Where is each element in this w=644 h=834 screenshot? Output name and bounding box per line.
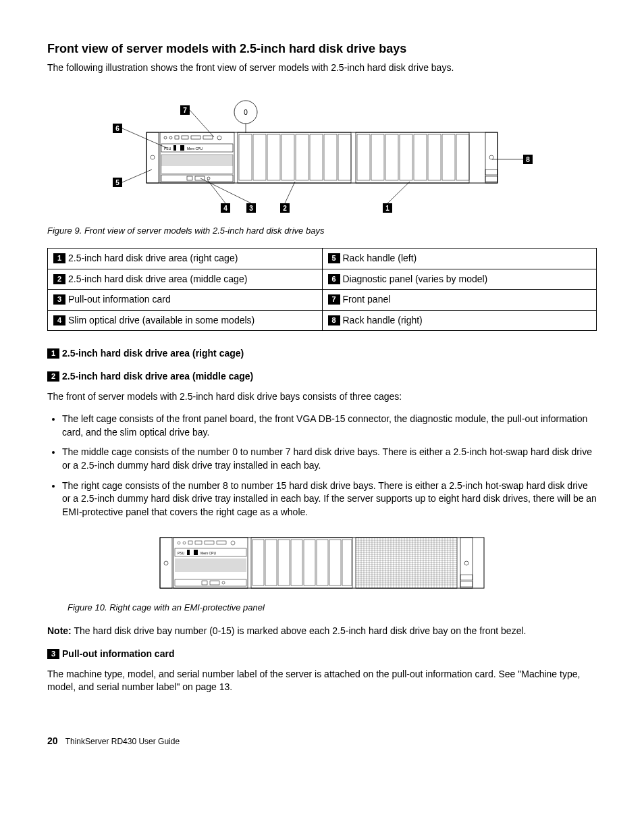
- svg-rect-108: [251, 538, 352, 588]
- svg-rect-24: [187, 176, 192, 180]
- svg-rect-109: [252, 540, 264, 585]
- svg-text:7: 7: [183, 107, 187, 114]
- table-row: 12.5-inch hard disk drive area (right ca…: [48, 248, 597, 269]
- figure-9-caption: Figure 9. Front view of server models wi…: [47, 225, 597, 237]
- svg-text:1: 1: [385, 205, 390, 212]
- svg-rect-41: [414, 134, 427, 180]
- svg-rect-114: [317, 540, 328, 585]
- callout-table: 12.5-inch hard disk drive area (right ca…: [47, 248, 597, 331]
- svg-rect-45: [239, 149, 469, 176]
- svg-line-56: [190, 110, 214, 137]
- callout-badge: 2: [53, 274, 65, 284]
- svg-rect-50: [485, 170, 498, 175]
- svg-rect-177: [460, 538, 473, 588]
- svg-line-68: [200, 178, 251, 203]
- svg-rect-51: [485, 176, 498, 182]
- svg-text:Mem  CPU: Mem CPU: [200, 551, 216, 555]
- note-label: Note:: [47, 625, 72, 636]
- figure-10-caption: Figure 10. Right cage with an EMI-protec…: [68, 602, 597, 614]
- callout-text: Rack handle (left): [343, 253, 417, 263]
- svg-point-49: [489, 155, 493, 159]
- svg-point-83: [183, 542, 186, 544]
- section-title-text: 2.5-inch hard disk drive area (middle ca…: [62, 371, 253, 382]
- svg-rect-48: [485, 132, 498, 183]
- intro-paragraph: The following illustration shows the fro…: [47, 61, 597, 75]
- svg-rect-111: [278, 540, 290, 585]
- section-1-heading: 12.5-inch hard disk drive area (right ca…: [47, 347, 597, 361]
- svg-point-3: [169, 136, 172, 139]
- svg-rect-112: [291, 540, 302, 585]
- callout-badge: 8: [328, 315, 340, 325]
- callout-text: Pull-out information card: [68, 294, 171, 305]
- section-3-body: The machine type, model, and serial numb…: [47, 668, 597, 694]
- svg-text:3: 3: [249, 205, 253, 212]
- svg-point-107: [222, 581, 225, 584]
- svg-rect-31: [267, 134, 280, 180]
- svg-rect-117: [356, 538, 457, 588]
- section-3-heading: 3Pull-out information card: [47, 648, 597, 661]
- svg-rect-92: [194, 550, 198, 555]
- svg-rect-43: [442, 134, 455, 180]
- svg-rect-79: [160, 538, 172, 588]
- svg-line-62: [122, 170, 152, 182]
- svg-rect-105: [202, 581, 207, 585]
- svg-rect-35: [324, 134, 337, 180]
- svg-rect-12: [180, 145, 184, 151]
- cages-intro: The front of server models with 2.5-inch…: [47, 390, 597, 404]
- figure-10-illustration: PSU Mem CPU: [153, 531, 491, 595]
- svg-text:8: 8: [526, 156, 530, 163]
- note-text: The hard disk drive bay number (0-15) is…: [72, 625, 527, 636]
- svg-text:Mem  CPU: Mem CPU: [187, 147, 203, 151]
- callout-badge: 3: [53, 294, 65, 305]
- svg-rect-87: [217, 541, 226, 544]
- svg-text:2: 2: [283, 205, 287, 212]
- svg-rect-91: [187, 550, 190, 555]
- page-number: 20: [47, 735, 58, 746]
- callout-text: Rack handle (right): [343, 315, 423, 325]
- callout-badge: 2: [47, 371, 59, 382]
- page-footer: 20 ThinkServer RD430 User Guide: [47, 735, 597, 748]
- svg-rect-179: [460, 575, 473, 580]
- section-2-heading: 22.5-inch hard disk drive area (middle c…: [47, 370, 597, 384]
- table-row: 3Pull-out information card 7Front panel: [48, 290, 597, 311]
- callout-text: 2.5-inch hard disk drive area (right cag…: [68, 253, 238, 263]
- callout-text: Diagnostic panel (varies by model): [343, 273, 488, 284]
- svg-rect-5: [182, 136, 188, 139]
- table-row: 4Slim optical drive (available in some m…: [48, 310, 597, 331]
- svg-rect-6: [191, 136, 200, 139]
- svg-rect-40: [400, 134, 412, 180]
- callout-badge: 1: [53, 253, 65, 263]
- callout-badge: 6: [328, 274, 340, 284]
- svg-point-26: [207, 177, 210, 180]
- callout-badge: 5: [328, 253, 340, 263]
- svg-rect-110: [265, 540, 277, 585]
- callout-text: Slim optical drive (available in some mo…: [68, 315, 254, 325]
- section-title-text: Pull-out information card: [62, 648, 174, 659]
- callout-text: Front panel: [343, 294, 391, 305]
- callout-badge: 4: [53, 315, 65, 325]
- svg-rect-32: [281, 134, 294, 180]
- svg-line-71: [285, 182, 295, 203]
- list-item: The middle cage consists of the number 0…: [62, 446, 597, 472]
- svg-point-47: [151, 155, 155, 159]
- svg-rect-115: [329, 540, 341, 585]
- section-title-text: 2.5-inch hard disk drive area (right cag…: [62, 348, 244, 359]
- callout-badge: 1: [47, 348, 59, 359]
- callout-text: 2.5-inch hard disk drive area (middle ca…: [68, 273, 247, 284]
- svg-rect-37: [357, 134, 370, 180]
- svg-text:5: 5: [115, 179, 119, 186]
- svg-rect-23: [161, 175, 233, 182]
- page-heading: Front view of server models with 2.5-inc…: [47, 41, 597, 57]
- svg-rect-0: [146, 132, 498, 183]
- cage-bullet-list: The left cage consists of the front pane…: [47, 413, 597, 519]
- svg-rect-180: [460, 581, 473, 587]
- svg-rect-7: [203, 136, 213, 139]
- list-item: The right cage consists of the number 8 …: [62, 479, 597, 519]
- svg-rect-4: [175, 136, 179, 139]
- svg-rect-85: [195, 541, 202, 544]
- note-paragraph: Note: The hard disk drive bay number (0-…: [47, 625, 597, 638]
- svg-rect-36: [338, 134, 351, 180]
- table-row: 22.5-inch hard disk drive area (middle c…: [48, 269, 597, 290]
- footer-doc-title: ThinkServer RD430 User Guide: [65, 737, 180, 746]
- svg-rect-38: [371, 134, 384, 180]
